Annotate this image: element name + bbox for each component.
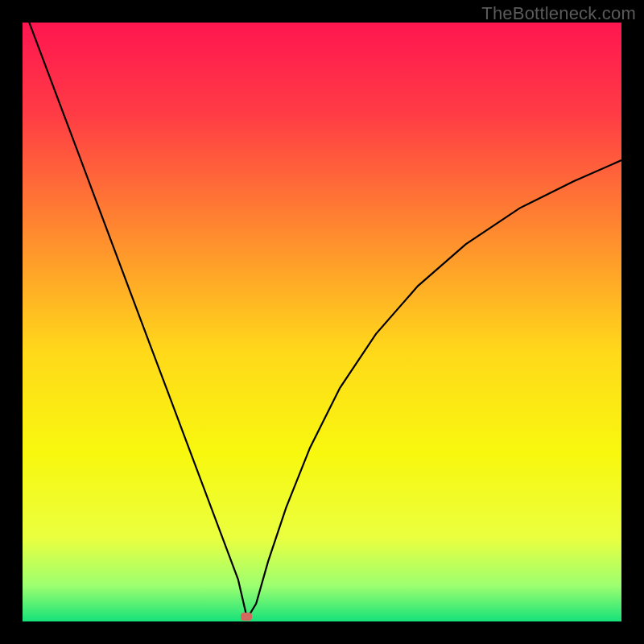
optimum-marker [241,613,252,621]
chart-canvas [23,23,621,621]
watermark-text: TheBottleneck.com [481,3,636,24]
gradient-background [23,23,621,621]
chart-frame: TheBottleneck.com [0,0,644,644]
plot-area [23,23,621,621]
